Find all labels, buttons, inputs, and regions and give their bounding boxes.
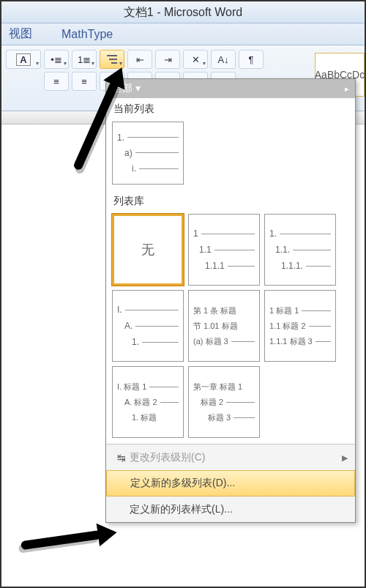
list-library-option[interactable]: 1. 1.1. 1.1.1. (264, 214, 336, 286)
dropdown-header-label: 全部 (112, 82, 132, 94)
change-list-level-menu: ↹ 更改列表级别(C) ▶ (106, 444, 355, 470)
tab-mathtype[interactable]: MathType (61, 28, 113, 41)
list-none-option[interactable]: 无 (112, 214, 184, 286)
dropdown-menu: ↹ 更改列表级别(C) ▶ 定义新的多级列表(D)... 定义新的列表样式(L)… (106, 444, 355, 522)
decrease-indent-button[interactable]: ⇤ (127, 50, 152, 69)
asian-layout-button[interactable]: ✕▾ (183, 50, 208, 69)
multilevel-list-icon (105, 53, 119, 65)
chevron-right-icon: ▶ (342, 453, 348, 463)
current-list-preview[interactable]: 1. a) i. (112, 122, 184, 185)
change-level-icon: ↹ (113, 452, 130, 464)
dropdown-header[interactable]: 全部 ▾ ▸ (106, 79, 355, 98)
chevron-down-icon: ▾ (119, 60, 122, 67)
list-library-section-label: 列表库 (106, 190, 355, 211)
list-library-option[interactable]: I. A. 1. (112, 290, 184, 362)
font-highlight-button[interactable]: A ▾ (6, 50, 41, 69)
current-list-section-label: 当前列表 (106, 98, 355, 119)
chevron-down-icon: ▾ (36, 60, 39, 67)
define-new-multilevel-list-menu[interactable]: 定义新的多级列表(D)... (106, 470, 355, 496)
list-library-option[interactable]: 第一章 标题 1 标题 2 标题 3 (188, 366, 260, 438)
menu-label: 更改列表级别(C) (130, 451, 205, 464)
bullets-button[interactable]: •≣▾ (44, 50, 69, 69)
menu-label: 定义新的列表样式(L)... (130, 503, 233, 516)
align-center-button[interactable]: ≡ (72, 72, 97, 91)
show-marks-button[interactable]: ¶ (239, 50, 264, 69)
window-title: 文档1 - Microsoft Word (1, 1, 365, 23)
list-library-option[interactable]: 第 1 条 标题 节 1.01 标题 (a) 标题 3 (188, 290, 260, 362)
numbering-button[interactable]: 1≣▾ (72, 50, 97, 69)
font-box-label: A (16, 53, 30, 66)
multilevel-list-button[interactable]: ▾ (100, 50, 124, 69)
expand-icon[interactable]: ▸ (345, 84, 349, 94)
sort-button[interactable]: A↓ (211, 50, 236, 69)
menu-label: 定义新的多级列表(D)... (130, 477, 235, 490)
list-library-option[interactable]: I. 标题 1 A. 标题 2 1. 标题 (112, 366, 184, 438)
align-left-button[interactable]: ≡ (44, 72, 69, 91)
increase-indent-button[interactable]: ⇥ (155, 50, 180, 69)
tab-view[interactable]: 视图 (9, 26, 32, 42)
list-library-option[interactable]: 1 标题 1 1.1 标题 2 1.1.1 标题 3 (264, 290, 336, 362)
list-library-option[interactable]: 1 1.1 1.1.1 (188, 214, 260, 286)
define-new-list-style-menu[interactable]: 定义新的列表样式(L)... (106, 496, 355, 522)
multilevel-list-dropdown: 全部 ▾ ▸ 当前列表 1. a) i. 列表库 无 1 1.1 1.1.1 1… (105, 78, 356, 523)
ribbon-tabs: 视图 MathType (1, 23, 365, 45)
